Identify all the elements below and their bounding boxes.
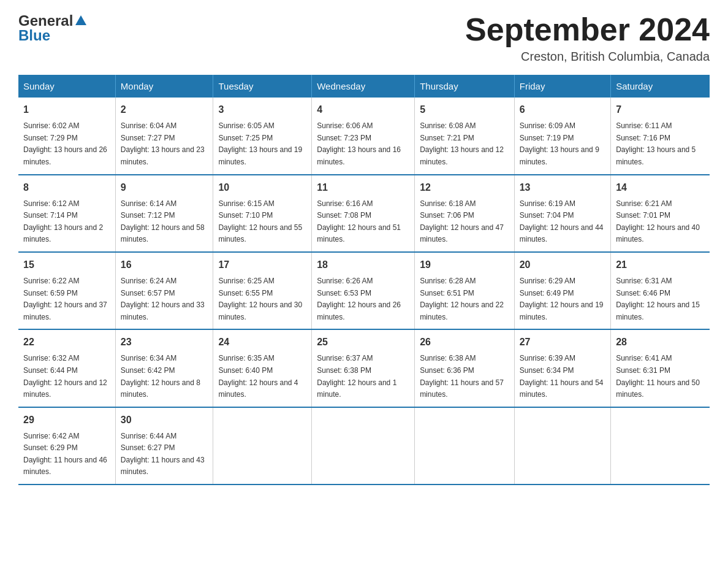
day-info: Sunrise: 6:06 AMSunset: 7:23 PMDaylight:… — [317, 121, 401, 166]
day-info: Sunrise: 6:35 AMSunset: 6:40 PMDaylight:… — [218, 354, 298, 399]
table-row: 11 Sunrise: 6:16 AMSunset: 7:08 PMDaylig… — [312, 175, 415, 252]
table-row: 28 Sunrise: 6:41 AMSunset: 6:31 PMDaylig… — [611, 329, 710, 407]
location-text: Creston, British Columbia, Canada — [465, 50, 710, 64]
calendar-week-row: 8 Sunrise: 6:12 AMSunset: 7:14 PMDayligh… — [18, 175, 710, 252]
month-title: September 2024 — [465, 12, 710, 47]
day-number: 15 — [23, 258, 110, 272]
table-row — [415, 407, 515, 484]
day-info: Sunrise: 6:04 AMSunset: 7:27 PMDaylight:… — [121, 121, 205, 166]
day-number: 23 — [121, 335, 208, 350]
table-row: 15 Sunrise: 6:22 AMSunset: 6:59 PMDaylig… — [18, 252, 115, 329]
svg-marker-0 — [75, 15, 86, 25]
day-info: Sunrise: 6:09 AMSunset: 7:19 PMDaylight:… — [520, 121, 599, 166]
header-monday: Monday — [115, 75, 213, 98]
day-number: 11 — [317, 180, 409, 195]
day-info: Sunrise: 6:08 AMSunset: 7:21 PMDaylight:… — [420, 121, 504, 166]
table-row: 6 Sunrise: 6:09 AMSunset: 7:19 PMDayligh… — [514, 98, 610, 174]
day-info: Sunrise: 6:15 AMSunset: 7:10 PMDaylight:… — [218, 199, 302, 244]
day-info: Sunrise: 6:05 AMSunset: 7:25 PMDaylight:… — [218, 121, 302, 166]
table-row: 24 Sunrise: 6:35 AMSunset: 6:40 PMDaylig… — [213, 329, 312, 407]
table-row — [213, 407, 312, 484]
page-header: General Blue September 2024 Creston, Bri… — [18, 12, 710, 64]
day-number: 6 — [520, 102, 605, 117]
day-number: 27 — [520, 335, 605, 350]
day-info: Sunrise: 6:38 AMSunset: 6:36 PMDaylight:… — [420, 354, 504, 399]
day-info: Sunrise: 6:29 AMSunset: 6:49 PMDaylight:… — [520, 277, 604, 321]
title-section: September 2024 Creston, British Columbia… — [465, 12, 710, 64]
table-row: 16 Sunrise: 6:24 AMSunset: 6:57 PMDaylig… — [115, 252, 213, 329]
day-number: 29 — [23, 413, 110, 427]
day-info: Sunrise: 6:39 AMSunset: 6:34 PMDaylight:… — [520, 354, 604, 399]
table-row: 22 Sunrise: 6:32 AMSunset: 6:44 PMDaylig… — [18, 329, 115, 407]
day-info: Sunrise: 6:16 AMSunset: 7:08 PMDaylight:… — [317, 199, 401, 244]
logo-blue-text: Blue — [18, 27, 50, 44]
table-row: 14 Sunrise: 6:21 AMSunset: 7:01 PMDaylig… — [611, 175, 710, 252]
table-row: 7 Sunrise: 6:11 AMSunset: 7:16 PMDayligh… — [611, 98, 710, 174]
day-number: 17 — [218, 258, 306, 272]
day-number: 25 — [317, 335, 409, 350]
table-row: 19 Sunrise: 6:28 AMSunset: 6:51 PMDaylig… — [415, 252, 515, 329]
day-info: Sunrise: 6:24 AMSunset: 6:57 PMDaylight:… — [121, 277, 205, 321]
day-info: Sunrise: 6:18 AMSunset: 7:06 PMDaylight:… — [420, 199, 504, 244]
day-info: Sunrise: 6:42 AMSunset: 6:29 PMDaylight:… — [23, 432, 107, 477]
table-row: 29 Sunrise: 6:42 AMSunset: 6:29 PMDaylig… — [18, 407, 115, 484]
calendar-week-row: 29 Sunrise: 6:42 AMSunset: 6:29 PMDaylig… — [18, 407, 710, 484]
table-row: 4 Sunrise: 6:06 AMSunset: 7:23 PMDayligh… — [312, 98, 415, 174]
header-sunday: Sunday — [18, 75, 115, 98]
header-thursday: Thursday — [415, 75, 515, 98]
header-tuesday: Tuesday — [213, 75, 312, 98]
day-number: 24 — [218, 335, 306, 350]
day-number: 4 — [317, 102, 409, 117]
day-number: 7 — [616, 102, 705, 117]
day-number: 13 — [520, 180, 605, 195]
logo: General Blue — [18, 12, 89, 44]
table-row: 2 Sunrise: 6:04 AMSunset: 7:27 PMDayligh… — [115, 98, 213, 174]
day-number: 21 — [616, 258, 705, 272]
day-info: Sunrise: 6:41 AMSunset: 6:31 PMDaylight:… — [616, 354, 700, 399]
calendar-header-row: Sunday Monday Tuesday Wednesday Thursday… — [18, 75, 710, 98]
day-number: 14 — [616, 180, 705, 195]
day-info: Sunrise: 6:22 AMSunset: 6:59 PMDaylight:… — [23, 277, 107, 321]
table-row: 25 Sunrise: 6:37 AMSunset: 6:38 PMDaylig… — [312, 329, 415, 407]
day-info: Sunrise: 6:25 AMSunset: 6:55 PMDaylight:… — [218, 277, 302, 321]
day-number: 26 — [420, 335, 509, 350]
header-saturday: Saturday — [611, 75, 710, 98]
table-row — [514, 407, 610, 484]
day-number: 5 — [420, 102, 509, 117]
table-row: 30 Sunrise: 6:44 AMSunset: 6:27 PMDaylig… — [115, 407, 213, 484]
table-row: 18 Sunrise: 6:26 AMSunset: 6:53 PMDaylig… — [312, 252, 415, 329]
table-row — [611, 407, 710, 484]
calendar-week-row: 15 Sunrise: 6:22 AMSunset: 6:59 PMDaylig… — [18, 252, 710, 329]
table-row: 23 Sunrise: 6:34 AMSunset: 6:42 PMDaylig… — [115, 329, 213, 407]
day-info: Sunrise: 6:12 AMSunset: 7:14 PMDaylight:… — [23, 199, 103, 244]
day-number: 16 — [121, 258, 208, 272]
table-row: 26 Sunrise: 6:38 AMSunset: 6:36 PMDaylig… — [415, 329, 515, 407]
table-row: 27 Sunrise: 6:39 AMSunset: 6:34 PMDaylig… — [514, 329, 610, 407]
day-info: Sunrise: 6:44 AMSunset: 6:27 PMDaylight:… — [121, 432, 205, 477]
table-row: 5 Sunrise: 6:08 AMSunset: 7:21 PMDayligh… — [415, 98, 515, 174]
day-info: Sunrise: 6:28 AMSunset: 6:51 PMDaylight:… — [420, 277, 504, 321]
day-info: Sunrise: 6:02 AMSunset: 7:29 PMDaylight:… — [23, 121, 107, 166]
table-row: 3 Sunrise: 6:05 AMSunset: 7:25 PMDayligh… — [213, 98, 312, 174]
day-number: 19 — [420, 258, 509, 272]
day-info: Sunrise: 6:34 AMSunset: 6:42 PMDaylight:… — [121, 354, 200, 399]
day-number: 28 — [616, 335, 705, 350]
calendar-week-row: 22 Sunrise: 6:32 AMSunset: 6:44 PMDaylig… — [18, 329, 710, 407]
table-row: 13 Sunrise: 6:19 AMSunset: 7:04 PMDaylig… — [514, 175, 610, 252]
day-info: Sunrise: 6:32 AMSunset: 6:44 PMDaylight:… — [23, 354, 107, 399]
day-info: Sunrise: 6:11 AMSunset: 7:16 PMDaylight:… — [616, 121, 696, 166]
day-info: Sunrise: 6:26 AMSunset: 6:53 PMDaylight:… — [317, 277, 401, 321]
day-number: 30 — [121, 413, 208, 427]
header-friday: Friday — [514, 75, 610, 98]
table-row: 1 Sunrise: 6:02 AMSunset: 7:29 PMDayligh… — [18, 98, 115, 174]
day-number: 18 — [317, 258, 409, 272]
table-row: 10 Sunrise: 6:15 AMSunset: 7:10 PMDaylig… — [213, 175, 312, 252]
day-number: 9 — [121, 180, 208, 195]
day-info: Sunrise: 6:31 AMSunset: 6:46 PMDaylight:… — [616, 277, 700, 321]
day-number: 1 — [23, 102, 110, 117]
day-number: 8 — [23, 180, 110, 195]
table-row — [312, 407, 415, 484]
table-row: 12 Sunrise: 6:18 AMSunset: 7:06 PMDaylig… — [415, 175, 515, 252]
day-info: Sunrise: 6:14 AMSunset: 7:12 PMDaylight:… — [121, 199, 205, 244]
calendar-table: Sunday Monday Tuesday Wednesday Thursday… — [18, 75, 710, 485]
